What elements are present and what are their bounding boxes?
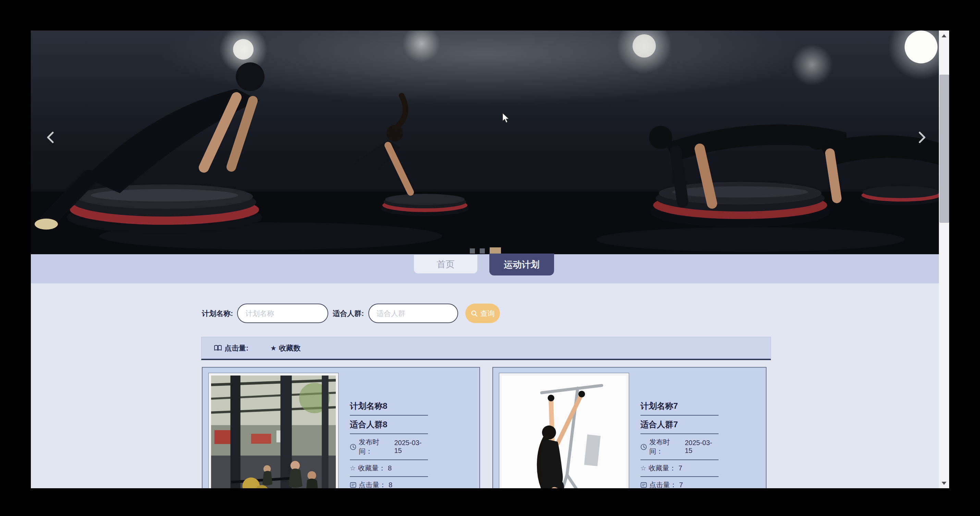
- sort-by-clicks[interactable]: 点击量:: [214, 343, 248, 353]
- gym-photo: [211, 376, 336, 488]
- star-icon: ★: [270, 344, 277, 352]
- browser-viewport: 首页 运动计划 计划名称: 适合人群: 查询: [31, 30, 949, 488]
- plan-name-label: 计划名称:: [202, 304, 233, 323]
- views-icon: [350, 482, 356, 488]
- tab-exercise-plan[interactable]: 运动计划: [489, 253, 554, 276]
- star-outline-icon: ☆: [350, 465, 356, 471]
- carousel-next-button[interactable]: [915, 131, 929, 144]
- plan-title: 计划名称7: [640, 401, 719, 416]
- hero-carousel: [31, 30, 939, 254]
- lat-pulldown-illustration: [502, 376, 626, 488]
- plan-card-8-details: 计划名称8 适合人群8 发布时间： 2025-03-15: [350, 401, 453, 488]
- clicks-label: 点击量：: [359, 480, 386, 488]
- plan-title-text: 计划名称7: [640, 401, 678, 411]
- vertical-scrollbar[interactable]: [939, 30, 949, 488]
- clicks-label: 点击量：: [649, 480, 677, 488]
- audience-input[interactable]: [368, 304, 458, 323]
- favorites-label: 收藏量：: [649, 463, 676, 473]
- search-icon: [471, 310, 478, 317]
- hero-image: [31, 30, 939, 254]
- scroll-up-button[interactable]: [939, 30, 949, 41]
- scroll-down-button[interactable]: [939, 478, 949, 488]
- query-button[interactable]: 查询: [465, 304, 500, 323]
- carousel-prev-button[interactable]: [44, 131, 57, 144]
- plan-audience: 适合人群7: [640, 419, 719, 434]
- audience-label: 适合人群:: [333, 304, 364, 323]
- publish-label: 发布时间：: [359, 438, 391, 456]
- carousel-dot-2[interactable]: [480, 248, 485, 253]
- clicks-row: 点击量： 8: [350, 480, 428, 488]
- publish-date: 2025-03-15: [394, 439, 428, 455]
- favorites-count: 8: [388, 464, 391, 472]
- plan-card-8[interactable]: 计划名称8 适合人群8 发布时间： 2025-03-15: [202, 367, 480, 488]
- carousel-indicators: [470, 247, 501, 253]
- star-outline-icon: ☆: [640, 465, 646, 471]
- nav-bar: [31, 254, 939, 283]
- plan-audience-text: 适合人群7: [640, 419, 678, 430]
- tab-home-label: 首页: [437, 258, 455, 270]
- sort-clicks-label: 点击量:: [224, 343, 248, 353]
- clicks-row: 点击量： 7: [640, 480, 719, 488]
- clicks-count: 7: [679, 481, 683, 488]
- publish-time-row: 发布时间： 2025-03-15: [350, 438, 428, 460]
- favorites-count: 7: [678, 464, 682, 472]
- sort-bar: 点击量: ★ 收藏数: [201, 337, 771, 360]
- publish-time-row: 发布时间： 2025-03-15: [640, 438, 719, 460]
- tab-home[interactable]: 首页: [414, 255, 477, 274]
- views-icon: [640, 482, 647, 488]
- plan-audience: 适合人群8: [350, 419, 428, 434]
- plan-card-7-image: [499, 373, 629, 488]
- favorites-label: 收藏量：: [358, 463, 385, 473]
- favorites-row: ☆ 收藏量： 7: [640, 463, 719, 477]
- carousel-dot-3-active[interactable]: [490, 247, 501, 253]
- clock-icon: [640, 444, 647, 450]
- triangle-up-icon: [942, 34, 947, 37]
- triangle-down-icon: [942, 482, 947, 485]
- query-button-label: 查询: [480, 309, 495, 318]
- scrollbar-thumb[interactable]: [940, 75, 949, 223]
- sort-favorites-label: 收藏数: [279, 343, 301, 353]
- publish-label: 发布时间：: [649, 438, 682, 456]
- plan-title: 计划名称8: [350, 401, 428, 416]
- plan-audience-text: 适合人群8: [350, 419, 387, 430]
- chevron-right-icon: [915, 131, 929, 144]
- favorites-row: ☆ 收藏量： 8: [350, 463, 428, 477]
- plan-card-7[interactable]: 计划名称7 适合人群7 发布时间： 2025-03-15: [492, 367, 767, 488]
- sort-by-favorites[interactable]: ★ 收藏数: [270, 343, 301, 353]
- screen: 首页 运动计划 计划名称: 适合人群: 查询: [0, 0, 980, 516]
- plan-name-input[interactable]: [237, 304, 328, 323]
- carousel-dot-1[interactable]: [470, 248, 475, 253]
- open-book-icon: [214, 345, 222, 351]
- clicks-count: 8: [388, 481, 392, 488]
- publish-date: 2025-03-15: [685, 439, 719, 455]
- chevron-left-icon: [44, 131, 57, 144]
- plan-title-text: 计划名称8: [350, 401, 387, 411]
- tab-exercise-plan-label: 运动计划: [504, 259, 540, 271]
- plan-card-7-details: 计划名称7 适合人群7 发布时间： 2025-03-15: [640, 401, 743, 488]
- clock-icon: [350, 444, 356, 450]
- plan-card-8-image: [208, 373, 339, 488]
